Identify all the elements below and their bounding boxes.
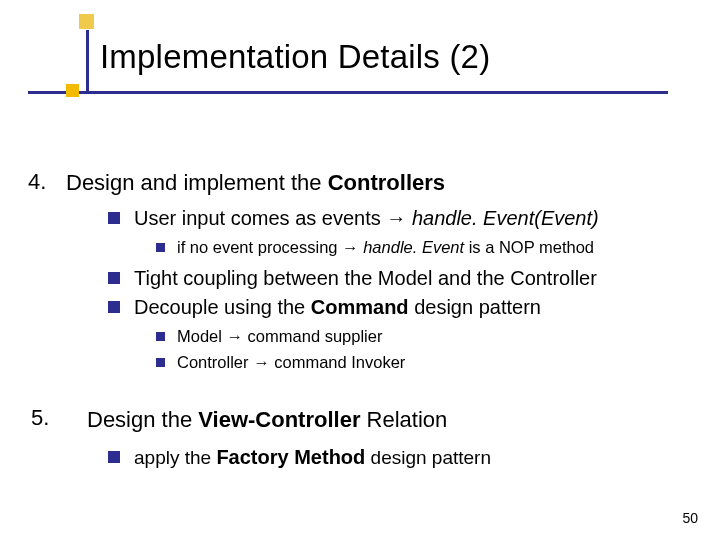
item-number: 5. bbox=[28, 405, 87, 431]
sub-bullet: Tight coupling between the Model and the… bbox=[108, 264, 690, 293]
text: Model bbox=[177, 327, 227, 345]
item-number: 4. bbox=[28, 168, 66, 195]
sub-bullet: Decouple using the Command design patter… bbox=[108, 293, 690, 322]
text: command supplier bbox=[243, 327, 382, 345]
sub-sub-bullet: Controller → command Invoker bbox=[156, 350, 690, 376]
arrow-icon: → bbox=[342, 238, 359, 256]
slide: Implementation Details (2) 4. Design and… bbox=[0, 0, 720, 540]
slide-body: 4. Design and implement the Controllers … bbox=[28, 168, 690, 472]
slide-title: Implementation Details (2) bbox=[100, 38, 490, 76]
arrow-icon: → bbox=[386, 207, 406, 229]
text-bold: View-Controller bbox=[198, 407, 360, 432]
text: design pattern bbox=[365, 447, 491, 468]
sub-bullet: User input comes as events → handle. Eve… bbox=[108, 204, 690, 233]
list-item-5: 5. Design the View-Controller Relation bbox=[28, 405, 690, 435]
text: Design the bbox=[87, 407, 198, 432]
bullet-square-icon bbox=[108, 451, 120, 463]
item-text: Design and implement the Controllers bbox=[66, 168, 445, 198]
sub-sub-bullet: Model → command supplier bbox=[156, 324, 690, 350]
text: Design and implement the bbox=[66, 170, 328, 195]
bullet-square-icon bbox=[156, 243, 165, 252]
bullet-square-icon bbox=[108, 272, 120, 284]
text: Relation bbox=[360, 407, 447, 432]
text-italic: handle. Event(Event) bbox=[406, 207, 598, 229]
page-number: 50 bbox=[682, 510, 698, 526]
text: User input comes as events bbox=[134, 207, 386, 229]
bullet-square-icon bbox=[156, 358, 165, 367]
item-text: Design the View-Controller Relation bbox=[87, 405, 447, 435]
text-bold: Factory Method bbox=[216, 446, 365, 468]
sub-bullet: apply the Factory Method design pattern bbox=[108, 443, 690, 472]
text: Tight coupling between the Model and the… bbox=[134, 264, 597, 293]
text: apply the bbox=[134, 447, 216, 468]
text: command Invoker bbox=[270, 353, 406, 371]
arrow-icon: → bbox=[253, 353, 270, 371]
text: is a NOP method bbox=[469, 238, 594, 256]
text-bold: Command bbox=[311, 296, 409, 318]
bullet-square-icon bbox=[108, 301, 120, 313]
list-item-4: 4. Design and implement the Controllers bbox=[28, 168, 690, 198]
bullet-square-icon bbox=[156, 332, 165, 341]
text: if no event processing bbox=[177, 238, 342, 256]
bullet-square-icon bbox=[108, 212, 120, 224]
sub-sub-bullet: if no event processing → handle. Event i… bbox=[156, 235, 690, 261]
title-decoration bbox=[28, 86, 114, 100]
text: design pattern bbox=[409, 296, 541, 318]
text: Decouple using the bbox=[134, 296, 311, 318]
text-bold: Controllers bbox=[328, 170, 445, 195]
text-italic: handle. Event bbox=[359, 238, 469, 256]
arrow-icon: → bbox=[227, 327, 244, 345]
text: Controller bbox=[177, 353, 253, 371]
